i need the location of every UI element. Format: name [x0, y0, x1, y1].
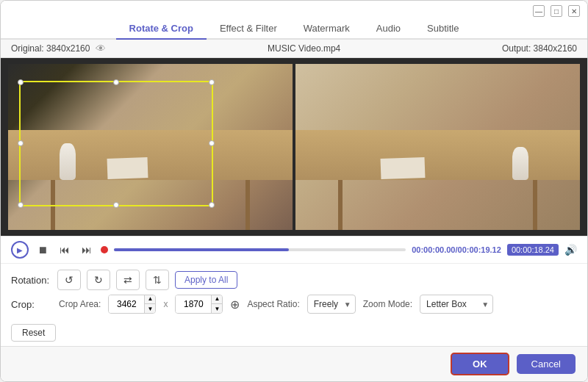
record-indicator	[101, 246, 108, 253]
reset-row: Reset	[1, 321, 587, 346]
info-bar: Original: 3840x2160 👁 MUSIC Video.mp4 Ou…	[1, 40, 587, 58]
zoom-mode-label: Zoom Mode:	[363, 299, 412, 309]
time-display: 00:00:00.00/00:00:19.12	[412, 245, 501, 254]
filename: MUSIC Video.mp4	[268, 43, 340, 54]
preview-area	[1, 58, 587, 236]
flip-h-button[interactable]: ⇄	[116, 270, 140, 290]
output-resolution: Output: 3840x2160	[502, 43, 577, 54]
title-bar: — □ ✕	[1, 1, 587, 17]
table-surface-right	[295, 130, 580, 180]
tab-watermark[interactable]: Watermark	[290, 18, 363, 40]
crop-width-spinners: ▲ ▼	[144, 295, 155, 314]
playback-bar: ▶ ⏹ ⏮ ⏭ 00:00:00.00/00:00:19.12 00:00:18…	[1, 236, 587, 263]
crop-height-input-wrap[interactable]: ▲ ▼	[175, 295, 223, 314]
book-right	[381, 157, 426, 179]
x-separator: x	[163, 299, 168, 309]
rotate-cw-button[interactable]: ↻	[87, 270, 110, 290]
minimize-button[interactable]: —	[533, 5, 545, 17]
prev-frame-button[interactable]: ⏮	[57, 242, 73, 257]
flip-v-button[interactable]: ⇅	[146, 270, 169, 290]
crop-position-icon[interactable]: ⊕	[230, 298, 240, 311]
zoom-mode-select-wrap: Letter Box Pan & Scan Full ▼	[420, 295, 493, 314]
tab-effect-filter[interactable]: Effect & Filter	[207, 18, 290, 40]
crop-width-down[interactable]: ▼	[145, 304, 155, 314]
next-frame-button[interactable]: ⏭	[79, 242, 95, 257]
crop-row: Crop: Crop Area: ▲ ▼ x ▲ ▼ ⊕ Aspect Rati…	[11, 295, 577, 314]
table-leg-left-right	[338, 180, 343, 230]
crop-height-spinners: ▲ ▼	[211, 295, 222, 314]
tab-bar: Rotate & Crop Effect & Filter Watermark …	[1, 17, 587, 40]
rotation-label: Rotation:	[11, 275, 51, 286]
crop-handle-tm[interactable]	[113, 79, 119, 85]
volume-icon[interactable]: 🔊	[564, 244, 577, 256]
left-preview-panel	[8, 64, 293, 230]
aspect-ratio-label: Aspect Ratio:	[247, 299, 299, 309]
crop-width-up[interactable]: ▲	[145, 295, 155, 304]
ok-button[interactable]: OK	[451, 353, 509, 375]
visibility-icon[interactable]: 👁	[96, 43, 106, 54]
crop-handle-lm[interactable]	[18, 140, 24, 146]
window-controls: — □ ✕	[533, 5, 580, 17]
rotation-controls: Rotation: ↺ ↻ ⇄ ⇅ Apply to All Crop: Cro…	[1, 263, 587, 321]
tab-rotate-crop[interactable]: Rotate & Crop	[116, 18, 207, 40]
tab-audio[interactable]: Audio	[363, 18, 414, 40]
crop-handle-tl[interactable]	[18, 79, 24, 85]
crop-height-down[interactable]: ▼	[212, 304, 222, 314]
crop-width-input[interactable]	[109, 295, 144, 313]
timeline[interactable]	[114, 248, 406, 251]
crop-handle-br[interactable]	[209, 202, 215, 208]
crop-height-up[interactable]: ▲	[212, 295, 222, 304]
original-resolution: Original: 3840x2160	[11, 43, 90, 54]
close-button[interactable]: ✕	[568, 5, 580, 17]
main-window: — □ ✕ Rotate & Crop Effect & Filter Wate…	[0, 0, 588, 382]
crop-height-input[interactable]	[176, 295, 211, 313]
rotate-ccw-button[interactable]: ↺	[57, 270, 81, 290]
crop-area-label: Crop Area:	[59, 299, 101, 309]
aspect-ratio-select[interactable]: Freely 16:9 4:3 1:1 9:16	[307, 295, 356, 314]
aspect-ratio-select-wrap: Freely 16:9 4:3 1:1 9:16 ▼	[307, 295, 356, 314]
rotation-row: Rotation: ↺ ↻ ⇄ ⇅ Apply to All	[11, 270, 577, 290]
maximize-button[interactable]: □	[551, 5, 562, 17]
right-scene	[295, 64, 580, 230]
right-preview-panel	[295, 64, 580, 230]
timeline-progress	[114, 248, 289, 251]
table-leg-right-right	[533, 180, 537, 230]
reset-button[interactable]: Reset	[11, 324, 56, 342]
zoom-mode-select[interactable]: Letter Box Pan & Scan Full	[420, 295, 493, 314]
vase-right	[512, 147, 528, 180]
cancel-button[interactable]: Cancel	[517, 354, 576, 374]
crop-label: Crop:	[11, 299, 51, 310]
crop-handle-tr[interactable]	[209, 79, 215, 85]
play-button[interactable]: ▶	[11, 241, 29, 259]
crop-overlay[interactable]	[19, 81, 212, 207]
bottom-bar: OK Cancel	[1, 346, 587, 381]
apply-all-button[interactable]: Apply to All	[175, 271, 237, 289]
table-leg-right	[245, 180, 250, 230]
crop-width-input-wrap[interactable]: ▲ ▼	[108, 295, 156, 314]
tab-subtitle[interactable]: Subtitle	[414, 18, 472, 40]
time-badge: 00:00:18.24	[507, 244, 559, 256]
stop-button[interactable]: ⏹	[35, 242, 51, 257]
